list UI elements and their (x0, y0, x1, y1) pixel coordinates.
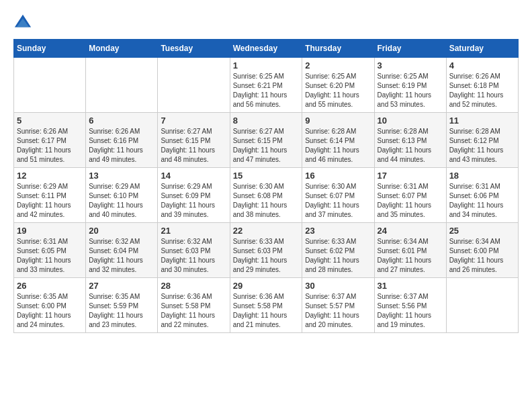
page-header (13, 13, 519, 32)
weekday-header: Wednesday (230, 40, 302, 58)
day-number: 29 (233, 281, 300, 291)
day-number: 18 (449, 171, 515, 181)
calendar-cell: 29Sunrise: 6:36 AM Sunset: 5:58 PM Dayli… (230, 278, 302, 333)
calendar-cell: 5Sunrise: 6:26 AM Sunset: 6:17 PM Daylig… (14, 113, 86, 168)
day-number: 25 (449, 226, 515, 236)
day-info: Sunrise: 6:32 AM Sunset: 6:03 PM Dayligh… (161, 237, 226, 275)
weekday-header: Tuesday (158, 40, 230, 58)
calendar-cell: 14Sunrise: 6:29 AM Sunset: 6:09 PM Dayli… (158, 168, 230, 223)
calendar-cell: 11Sunrise: 6:28 AM Sunset: 6:12 PM Dayli… (446, 113, 518, 168)
day-info: Sunrise: 6:30 AM Sunset: 6:08 PM Dayligh… (233, 182, 300, 220)
calendar-cell: 22Sunrise: 6:33 AM Sunset: 6:03 PM Dayli… (230, 223, 302, 278)
day-number: 23 (305, 226, 371, 236)
calendar-cell: 30Sunrise: 6:37 AM Sunset: 5:57 PM Dayli… (302, 278, 374, 333)
day-info: Sunrise: 6:32 AM Sunset: 6:04 PM Dayligh… (89, 237, 154, 275)
day-info: Sunrise: 6:35 AM Sunset: 5:59 PM Dayligh… (89, 292, 154, 330)
calendar-cell: 15Sunrise: 6:30 AM Sunset: 6:08 PM Dayli… (230, 168, 302, 223)
weekday-header: Saturday (446, 40, 518, 58)
day-info: Sunrise: 6:35 AM Sunset: 6:00 PM Dayligh… (17, 292, 83, 330)
calendar-cell: 2Sunrise: 6:25 AM Sunset: 6:20 PM Daylig… (302, 58, 374, 113)
day-number: 8 (233, 116, 300, 126)
day-info: Sunrise: 6:28 AM Sunset: 6:13 PM Dayligh… (378, 127, 443, 165)
day-info: Sunrise: 6:27 AM Sunset: 6:15 PM Dayligh… (161, 127, 226, 165)
calendar-cell: 23Sunrise: 6:33 AM Sunset: 6:02 PM Dayli… (302, 223, 374, 278)
day-number: 21 (161, 226, 226, 236)
day-number: 31 (378, 281, 443, 291)
calendar-cell: 6Sunrise: 6:26 AM Sunset: 6:16 PM Daylig… (86, 113, 158, 168)
logo-icon (13, 13, 32, 32)
calendar-cell: 12Sunrise: 6:29 AM Sunset: 6:11 PM Dayli… (14, 168, 86, 223)
calendar-cell (86, 58, 158, 113)
logo (13, 13, 35, 32)
calendar-cell: 21Sunrise: 6:32 AM Sunset: 6:03 PM Dayli… (158, 223, 230, 278)
day-number: 30 (305, 281, 371, 291)
day-info: Sunrise: 6:31 AM Sunset: 6:07 PM Dayligh… (378, 182, 443, 220)
day-number: 2 (305, 60, 371, 71)
day-number: 1 (233, 60, 300, 71)
calendar-week-row: 12Sunrise: 6:29 AM Sunset: 6:11 PM Dayli… (14, 168, 519, 223)
calendar-cell (446, 278, 518, 333)
day-info: Sunrise: 6:26 AM Sunset: 6:16 PM Dayligh… (89, 127, 154, 165)
day-number: 10 (378, 116, 443, 126)
calendar-cell: 10Sunrise: 6:28 AM Sunset: 6:13 PM Dayli… (374, 113, 446, 168)
day-number: 15 (233, 171, 300, 181)
day-info: Sunrise: 6:29 AM Sunset: 6:09 PM Dayligh… (161, 182, 226, 220)
calendar-cell: 25Sunrise: 6:34 AM Sunset: 6:00 PM Dayli… (446, 223, 518, 278)
day-info: Sunrise: 6:36 AM Sunset: 5:58 PM Dayligh… (161, 292, 226, 330)
day-number: 9 (305, 116, 371, 126)
calendar-cell: 8Sunrise: 6:27 AM Sunset: 6:15 PM Daylig… (230, 113, 302, 168)
day-info: Sunrise: 6:36 AM Sunset: 5:58 PM Dayligh… (233, 292, 300, 330)
day-number: 26 (17, 281, 83, 291)
calendar-cell: 26Sunrise: 6:35 AM Sunset: 6:00 PM Dayli… (14, 278, 86, 333)
day-info: Sunrise: 6:25 AM Sunset: 6:20 PM Dayligh… (305, 72, 371, 109)
day-info: Sunrise: 6:37 AM Sunset: 5:57 PM Dayligh… (305, 292, 371, 330)
calendar-header-row: SundayMondayTuesdayWednesdayThursdayFrid… (14, 40, 519, 58)
day-number: 22 (233, 226, 300, 236)
weekday-header: Thursday (302, 40, 374, 58)
calendar-cell: 4Sunrise: 6:26 AM Sunset: 6:18 PM Daylig… (446, 58, 518, 113)
calendar-cell: 16Sunrise: 6:30 AM Sunset: 6:07 PM Dayli… (302, 168, 374, 223)
calendar-cell: 28Sunrise: 6:36 AM Sunset: 5:58 PM Dayli… (158, 278, 230, 333)
day-number: 24 (378, 226, 443, 236)
day-info: Sunrise: 6:28 AM Sunset: 6:12 PM Dayligh… (449, 127, 515, 165)
day-info: Sunrise: 6:28 AM Sunset: 6:14 PM Dayligh… (305, 127, 371, 165)
day-info: Sunrise: 6:30 AM Sunset: 6:07 PM Dayligh… (305, 182, 371, 220)
day-info: Sunrise: 6:33 AM Sunset: 6:02 PM Dayligh… (305, 237, 371, 275)
day-number: 4 (449, 60, 515, 71)
day-number: 14 (161, 171, 226, 181)
day-info: Sunrise: 6:25 AM Sunset: 6:19 PM Dayligh… (378, 72, 443, 109)
day-number: 27 (89, 281, 154, 291)
calendar-week-row: 19Sunrise: 6:31 AM Sunset: 6:05 PM Dayli… (14, 223, 519, 278)
day-info: Sunrise: 6:31 AM Sunset: 6:05 PM Dayligh… (17, 237, 83, 275)
day-number: 13 (89, 171, 154, 181)
calendar-cell: 3Sunrise: 6:25 AM Sunset: 6:19 PM Daylig… (374, 58, 446, 113)
calendar-cell: 20Sunrise: 6:32 AM Sunset: 6:04 PM Dayli… (86, 223, 158, 278)
calendar-cell: 24Sunrise: 6:34 AM Sunset: 6:01 PM Dayli… (374, 223, 446, 278)
day-number: 11 (449, 116, 515, 126)
calendar-table: SundayMondayTuesdayWednesdayThursdayFrid… (13, 39, 519, 333)
calendar-cell: 31Sunrise: 6:37 AM Sunset: 5:56 PM Dayli… (374, 278, 446, 333)
day-number: 3 (378, 60, 443, 71)
day-info: Sunrise: 6:34 AM Sunset: 6:01 PM Dayligh… (378, 237, 443, 275)
calendar-week-row: 5Sunrise: 6:26 AM Sunset: 6:17 PM Daylig… (14, 113, 519, 168)
day-number: 19 (17, 226, 83, 236)
calendar-cell: 7Sunrise: 6:27 AM Sunset: 6:15 PM Daylig… (158, 113, 230, 168)
calendar-cell: 17Sunrise: 6:31 AM Sunset: 6:07 PM Dayli… (374, 168, 446, 223)
calendar-cell: 19Sunrise: 6:31 AM Sunset: 6:05 PM Dayli… (14, 223, 86, 278)
day-info: Sunrise: 6:27 AM Sunset: 6:15 PM Dayligh… (233, 127, 300, 165)
calendar-cell (14, 58, 86, 113)
day-number: 5 (17, 116, 83, 126)
day-number: 17 (378, 171, 443, 181)
day-number: 6 (89, 116, 154, 126)
day-number: 12 (17, 171, 83, 181)
calendar-cell: 1Sunrise: 6:25 AM Sunset: 6:21 PM Daylig… (230, 58, 302, 113)
day-info: Sunrise: 6:29 AM Sunset: 6:10 PM Dayligh… (89, 182, 154, 220)
day-info: Sunrise: 6:26 AM Sunset: 6:17 PM Dayligh… (17, 127, 83, 165)
day-info: Sunrise: 6:37 AM Sunset: 5:56 PM Dayligh… (378, 292, 443, 330)
weekday-header: Sunday (14, 40, 86, 58)
calendar-cell: 27Sunrise: 6:35 AM Sunset: 5:59 PM Dayli… (86, 278, 158, 333)
calendar-week-row: 1Sunrise: 6:25 AM Sunset: 6:21 PM Daylig… (14, 58, 519, 113)
day-number: 7 (161, 116, 226, 126)
day-info: Sunrise: 6:31 AM Sunset: 6:06 PM Dayligh… (449, 182, 515, 220)
day-info: Sunrise: 6:26 AM Sunset: 6:18 PM Dayligh… (449, 72, 515, 109)
